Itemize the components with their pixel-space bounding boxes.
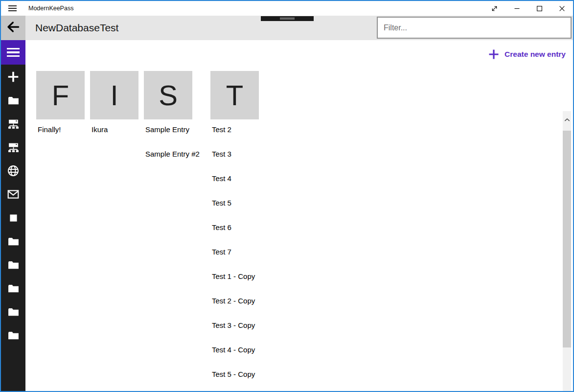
entry-item[interactable]: Test 2 [212, 125, 255, 150]
hamburger-icon [8, 5, 17, 6]
close-icon [559, 6, 565, 11]
group-letter: I [110, 81, 118, 110]
minimize-icon [514, 6, 520, 11]
app-title: ModernKeePass [28, 5, 73, 12]
sidebar-item[interactable] [1, 206, 25, 230]
globe-icon [7, 164, 20, 177]
sidebar-item[interactable] [1, 230, 25, 253]
entry-item[interactable]: Test 5 - Copy [212, 370, 255, 392]
main-content: Create new entry FFinally!IIkuraSSample … [25, 40, 573, 391]
minimize-button[interactable] [505, 1, 528, 16]
create-new-entry-label: Create new entry [505, 50, 566, 59]
grip-icon [280, 18, 295, 19]
back-arrow-icon [6, 20, 21, 36]
entry-item[interactable]: Test 2 - Copy [212, 297, 255, 321]
create-new-entry-button[interactable]: Create new entry [488, 48, 566, 60]
sidebar-item[interactable] [1, 136, 25, 159]
group-letter: F [52, 81, 69, 110]
entry-item[interactable]: Sample Entry [145, 125, 200, 150]
sidebar-item[interactable] [1, 89, 25, 112]
sidebar-item[interactable] [1, 159, 25, 183]
plus-icon [7, 70, 20, 83]
entry-group: IIkura [90, 71, 144, 150]
sidebar-menu-button[interactable] [1, 40, 25, 65]
sidebar-item[interactable] [1, 112, 25, 136]
group-header-tile[interactable]: I [90, 71, 138, 119]
sidebar-items [1, 65, 25, 347]
fullscreen-icon [491, 5, 498, 12]
appbar-peek-handle[interactable] [261, 16, 314, 21]
entry-item[interactable]: Test 3 - Copy [212, 321, 255, 346]
folder-icon [7, 235, 20, 248]
entry-item[interactable]: Test 5 [212, 199, 255, 223]
scroll-up-button[interactable] [563, 112, 571, 127]
maximize-icon [537, 6, 542, 11]
entry-groups: FFinally!IIkuraSSample EntrySample Entry… [36, 71, 266, 392]
entry-group: SSample EntrySample Entry #2 [144, 71, 210, 174]
sidebar-item[interactable] [1, 65, 25, 89]
close-button[interactable] [551, 1, 573, 16]
plus-icon [488, 48, 500, 60]
scrollbar-thumb[interactable] [563, 131, 571, 347]
mail-icon [7, 188, 20, 201]
fullscreen-button[interactable] [483, 1, 505, 16]
group-entries: Finally! [36, 119, 90, 150]
entry-item[interactable]: Test 1 - Copy [212, 272, 255, 297]
group-letter: T [226, 81, 243, 110]
sidebar-item[interactable] [1, 253, 25, 277]
entry-item[interactable]: Ikura [92, 125, 133, 150]
hamburger-icon [7, 48, 20, 50]
network-drive-icon [7, 141, 20, 154]
page-title: NewDatabaseTest [35, 16, 118, 40]
entry-item[interactable]: Finally! [38, 125, 79, 150]
group-header-tile[interactable]: T [210, 71, 259, 119]
sidebar-item[interactable] [1, 277, 25, 300]
entry-item[interactable]: Test 7 [212, 248, 255, 272]
back-button[interactable] [1, 16, 25, 40]
folder-icon [7, 282, 20, 295]
folder-icon [7, 259, 20, 271]
chevron-up-icon [564, 115, 570, 124]
sidebar [1, 40, 25, 391]
maximize-button[interactable] [528, 1, 551, 16]
group-entries: Sample EntrySample Entry #2 [144, 119, 210, 174]
entry-item[interactable]: Test 3 [212, 150, 255, 174]
titlebar-hamburger-button[interactable] [4, 1, 21, 16]
group-entries: Ikura [90, 119, 144, 150]
entry-item[interactable]: Test 4 - Copy [212, 346, 255, 370]
sidebar-item[interactable] [1, 300, 25, 323]
sidebar-item[interactable] [1, 323, 25, 347]
square-icon [9, 214, 18, 222]
group-entries: Test 2Test 3Test 4Test 5Test 6Test 7Test… [210, 119, 266, 392]
entry-group: FFinally! [36, 71, 90, 150]
window-controls [483, 1, 573, 16]
titlebar: ModernKeePass [1, 1, 573, 16]
network-drive-icon [7, 118, 20, 130]
folder-icon [7, 94, 20, 107]
entry-item[interactable]: Sample Entry #2 [145, 150, 200, 174]
scrollbar[interactable] [563, 111, 571, 392]
folder-icon [7, 306, 20, 318]
group-header-tile[interactable]: F [36, 71, 85, 119]
entry-group: TTest 2Test 3Test 4Test 5Test 6Test 7Tes… [210, 71, 266, 392]
group-letter: S [159, 81, 178, 110]
entry-item[interactable]: Test 6 [212, 223, 255, 248]
folder-icon [7, 329, 20, 342]
entry-item[interactable]: Test 4 [212, 174, 255, 199]
filter-input[interactable] [377, 17, 572, 39]
sidebar-item[interactable] [1, 183, 25, 206]
group-header-tile[interactable]: S [144, 71, 192, 119]
